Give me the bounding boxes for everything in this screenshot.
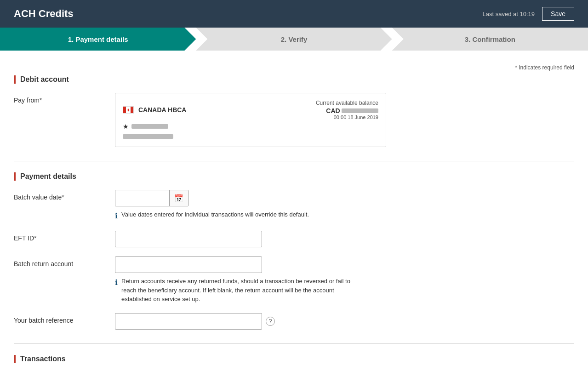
transactions-title: Transactions — [14, 355, 574, 363]
header-actions: Last saved at 10:19 Save — [483, 7, 574, 21]
step-verify[interactable]: 2. Verify — [196, 28, 392, 51]
eft-id-row: EFT ID* — [14, 231, 574, 247]
batch-reference-row: Your batch reference ? — [14, 313, 574, 330]
main-content: 1. Payment details 2. Verify 3. Confirma… — [0, 28, 588, 376]
account-card[interactable]: ✦ CANADA HBCA Current available balance … — [115, 93, 386, 147]
section-divider-1 — [14, 161, 574, 161]
balance-currency: CAD — [326, 107, 340, 114]
balance-amount-blurred — [342, 108, 378, 113]
batch-reference-input[interactable] — [115, 313, 262, 330]
pay-from-label: Pay from* — [14, 93, 115, 104]
account-number-blurred — [131, 124, 168, 129]
date-input-wrap[interactable]: 📅 — [115, 190, 188, 206]
last-saved-text: Last saved at 10:19 — [483, 11, 535, 17]
help-icon[interactable]: ? — [266, 317, 275, 326]
batch-reference-control: ? — [115, 313, 574, 330]
payment-details-title: Payment details — [14, 172, 574, 181]
account-subtext — [123, 133, 378, 140]
account-detail-blurred — [123, 134, 173, 139]
batch-return-control: ℹ Return accounts receive any returned f… — [115, 256, 574, 304]
info-icon: ℹ — [115, 211, 118, 222]
bank-name: CANADA HBCA — [138, 106, 186, 114]
canada-flag-icon: ✦ — [123, 106, 134, 114]
batch-date-hint: ℹ Value dates entered for individual tra… — [115, 210, 363, 222]
transactions-section: Transactions — [14, 355, 574, 363]
app-header: ACH Credits Last saved at 10:19 Save — [0, 0, 588, 28]
batch-ref-row: ? — [115, 313, 574, 330]
save-button[interactable]: Save — [542, 7, 574, 21]
balance-info: Current available balance CAD 00:00 18 J… — [316, 100, 378, 120]
info-icon-2: ℹ — [115, 277, 118, 288]
batch-return-label: Batch return account — [14, 256, 115, 268]
batch-value-date-label: Batch value date* — [14, 190, 115, 201]
star-icon: ★ — [123, 123, 129, 130]
balance-date: 00:00 18 June 2019 — [316, 114, 378, 120]
step-payment-details[interactable]: 1. Payment details — [0, 28, 196, 51]
account-name-row: ✦ CANADA HBCA — [123, 106, 186, 114]
eft-id-input[interactable] — [115, 231, 262, 247]
batch-reference-label: Your batch reference — [14, 313, 115, 324]
payment-details-section: Payment details Batch value date* 📅 ℹ Va… — [14, 172, 574, 330]
batch-return-hint: ℹ Return accounts receive any returned f… — [115, 277, 363, 304]
batch-value-date-row: Batch value date* 📅 ℹ Value dates entere… — [14, 190, 574, 222]
eft-id-label: EFT ID* — [14, 231, 115, 242]
page-title: ACH Credits — [14, 8, 74, 20]
pay-from-control: ✦ CANADA HBCA Current available balance … — [115, 93, 574, 147]
balance-value-row: CAD — [316, 107, 378, 114]
pay-from-row: Pay from* ✦ CANADA HBCA Current availabl… — [14, 93, 574, 147]
eft-id-control — [115, 231, 574, 247]
account-card-header: ✦ CANADA HBCA Current available balance … — [123, 100, 378, 120]
required-note: * Indicates required field — [14, 64, 574, 71]
account-star-row: ★ — [123, 123, 378, 130]
balance-label: Current available balance — [316, 100, 378, 106]
stepper: 1. Payment details 2. Verify 3. Confirma… — [0, 28, 588, 51]
batch-return-input[interactable] — [115, 256, 262, 273]
debit-account-title: Debit account — [14, 75, 574, 84]
debit-account-section: Debit account Pay from* ✦ CANADA HBCA Cu… — [14, 75, 574, 147]
batch-value-date-input[interactable] — [115, 190, 169, 206]
batch-return-row: Batch return account ℹ Return accounts r… — [14, 256, 574, 304]
step-confirmation[interactable]: 3. Confirmation — [392, 28, 588, 51]
section-divider-2 — [14, 343, 574, 344]
calendar-icon-button[interactable]: 📅 — [169, 190, 188, 206]
batch-value-date-control: 📅 ℹ Value dates entered for individual t… — [115, 190, 574, 222]
